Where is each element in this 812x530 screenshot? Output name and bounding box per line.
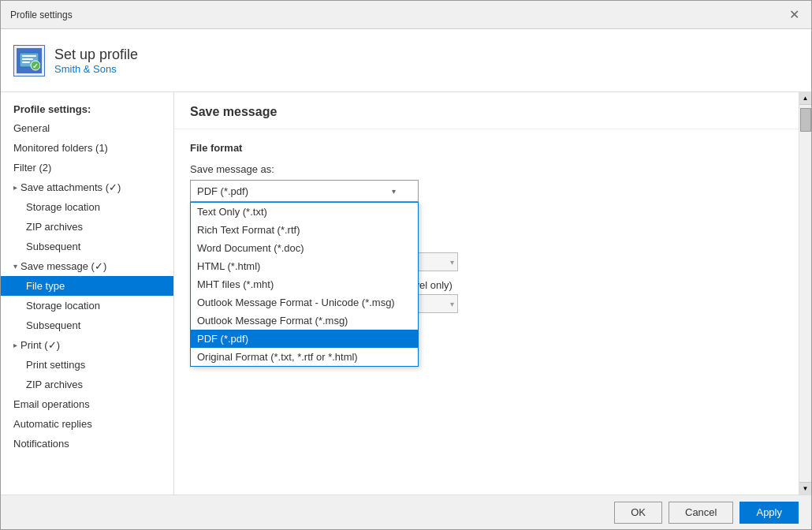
main-content: File format Save message as: PDF (*.pdf)…	[174, 129, 799, 495]
sidebar-section-label: Profile settings:	[1, 99, 173, 118]
dropdown-option-mht[interactable]: MHT files (*.mht)	[191, 275, 418, 293]
sidebar-item-general[interactable]: General	[1, 118, 173, 138]
sidebar-item-save-message-label: Save message (✓)	[20, 260, 106, 272]
file-format-title: File format	[190, 142, 783, 154]
sidebar-item-notifications[interactable]: Notifications	[1, 434, 173, 453]
sidebar-item-email-operations[interactable]: Email operations	[1, 394, 173, 414]
cancel-button[interactable]: Cancel	[669, 502, 733, 524]
expand-icon-2: ▾	[13, 262, 17, 271]
sidebar-item-save-message[interactable]: ▾ Save message (✓)	[1, 256, 173, 276]
svg-rect-3	[22, 62, 30, 63]
main-section-title: Save message	[190, 105, 783, 119]
dropdown-option-msg[interactable]: Outlook Message Format (*.msg)	[191, 312, 418, 330]
save-message-label: Save message as:	[190, 163, 783, 175]
dropdown-option-txt[interactable]: Text Only (*.txt)	[191, 203, 418, 221]
sidebar-item-save-attachments-zip[interactable]: ZIP archives	[1, 217, 173, 237]
format-select-value: PDF (*.pdf)	[197, 185, 248, 197]
apply-button[interactable]: Apply	[739, 502, 799, 524]
sidebar-item-storage-location[interactable]: Storage location	[1, 296, 173, 315]
header-texts: Set up profile Smith & Sons	[54, 47, 138, 75]
dropdown-option-original[interactable]: Original Format (*.txt, *.rtf or *.html)	[191, 348, 418, 366]
sidebar-item-print-zip[interactable]: ZIP archives	[1, 375, 173, 394]
sidebar-item-save-attachments-storage[interactable]: Storage location	[1, 197, 173, 217]
sidebar-item-print[interactable]: ▸ Print (✓)	[1, 335, 173, 355]
sidebar: Profile settings: General Monitored fold…	[1, 92, 174, 495]
header-panel: ✓ Set up profile Smith & Sons	[1, 29, 811, 92]
embed-msg-select-arrow-icon: ▾	[450, 258, 454, 267]
scrollbar-down-button[interactable]: ▼	[799, 482, 812, 495]
scrollbar-thumb[interactable]	[800, 108, 811, 132]
sidebar-item-print-label: Print (✓)	[20, 339, 60, 351]
dropdown-option-rtf[interactable]: Rich Text Format (*.rtf)	[191, 221, 418, 239]
sidebar-item-subsequent[interactable]: Subsequent	[1, 315, 173, 335]
format-select-button[interactable]: PDF (*.pdf) ▾	[190, 180, 419, 202]
sidebar-item-monitored-folders[interactable]: Monitored folders (1)	[1, 138, 173, 158]
close-button[interactable]: ✕	[786, 7, 802, 23]
sidebar-item-save-attachments[interactable]: ▸ Save attachments (✓)	[1, 177, 173, 197]
dropdown-arrow-icon: ▾	[392, 187, 396, 196]
window-title: Profile settings	[10, 9, 73, 21]
title-bar: Profile settings ✕	[1, 1, 811, 29]
main-panel: Save message File format Save message as…	[174, 92, 799, 495]
expand-icon-3: ▸	[13, 341, 17, 349]
sidebar-item-file-type[interactable]: File type	[1, 276, 173, 296]
sidebar-item-save-attachments-subsequent[interactable]: Subsequent	[1, 237, 173, 256]
scrollbar-up-button[interactable]: ▲	[799, 92, 812, 105]
sidebar-item-print-settings[interactable]: Print settings	[1, 355, 173, 375]
dropdown-option-html[interactable]: HTML (*.html)	[191, 257, 418, 275]
format-select-wrapper: PDF (*.pdf) ▾ Text Only (*.txt) Rich Tex…	[190, 180, 419, 202]
svg-rect-1	[22, 55, 36, 57]
content-area: Profile settings: General Monitored fold…	[1, 92, 811, 495]
window: Profile settings ✕ ✓ Set up profile Smit…	[0, 0, 812, 530]
footer: OK Cancel Apply	[1, 495, 811, 529]
scrollbar: ▲ ▼	[799, 92, 811, 495]
dropdown-option-doc[interactable]: Word Document (*.doc)	[191, 239, 418, 257]
ok-button[interactable]: OK	[614, 502, 662, 524]
sidebar-item-automatic-replies[interactable]: Automatic replies	[1, 414, 173, 434]
header-icon: ✓	[13, 45, 45, 77]
main-header: Save message	[174, 92, 799, 129]
header-icon-inner: ✓	[17, 48, 42, 73]
profile-icon: ✓	[18, 50, 40, 72]
header-title: Set up profile	[54, 47, 138, 63]
header-subtitle: Smith & Sons	[54, 63, 138, 75]
dropdown-option-msg-unicode[interactable]: Outlook Message Format - Unicode (*.msg)	[191, 293, 418, 312]
sidebar-item-filter[interactable]: Filter (2)	[1, 158, 173, 177]
format-dropdown-list: Text Only (*.txt) Rich Text Format (*.rt…	[190, 202, 419, 367]
svg-rect-2	[22, 58, 33, 60]
embed-embedded-select-arrow-icon: ▾	[450, 300, 454, 308]
expand-icon: ▸	[13, 183, 17, 192]
dropdown-option-pdf[interactable]: PDF (*.pdf)	[191, 330, 418, 348]
sidebar-item-save-attachments-label: Save attachments (✓)	[20, 181, 121, 193]
svg-text:✓: ✓	[32, 62, 39, 70]
